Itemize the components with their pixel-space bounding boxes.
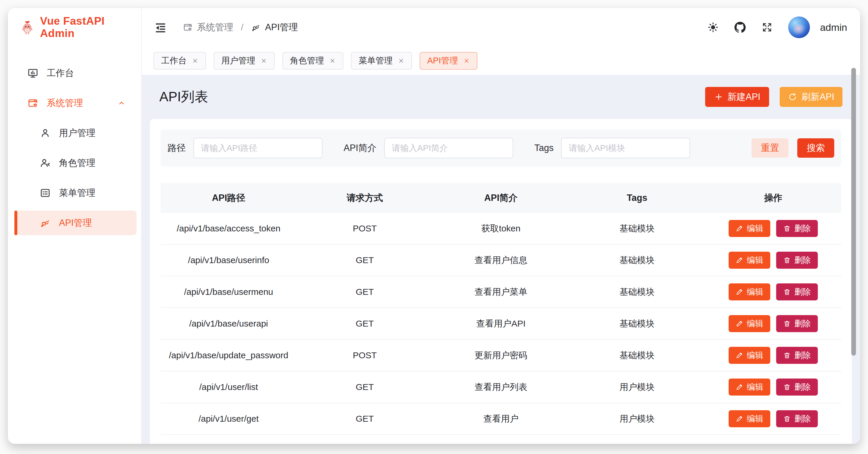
sidebar-item-workbench[interactable]: 工作台 [14, 61, 136, 85]
content-area: API列表 新建API 刷新API [142, 75, 860, 444]
username[interactable]: admin [820, 22, 847, 33]
path-label: 路径 [167, 142, 186, 154]
cell-path: /api/v1/base/update_password [160, 350, 297, 360]
collapse-sidebar-icon[interactable] [155, 22, 166, 33]
table-row: /api/v1/base/usermenu GET 查看用户菜单 基础模块 编辑… [160, 276, 841, 308]
trash-icon [783, 351, 791, 359]
tab-workbench[interactable]: 工作台 [153, 52, 206, 69]
sidebar-item-api[interactable]: API管理 [14, 210, 136, 235]
vertical-scrollbar[interactable] [851, 68, 856, 356]
delete-label: 删除 [794, 286, 811, 297]
sidebar-item-system[interactable]: 系统管理 [14, 91, 136, 115]
delete-button[interactable]: 删除 [776, 347, 818, 364]
cell-actions: 编辑 删除 [705, 252, 841, 269]
col-tags: Tags [569, 193, 705, 203]
delete-label: 删除 [794, 223, 811, 234]
table-row: /api/v1/user/get GET 查看用户 用户模块 编辑 删除 [160, 403, 841, 435]
tab-close-icon[interactable] [192, 58, 198, 64]
new-api-label: 新建API [727, 91, 760, 103]
tab-close-icon[interactable] [463, 58, 470, 64]
edit-button[interactable]: 编辑 [728, 410, 770, 427]
tab-close-icon[interactable] [329, 58, 336, 64]
cell-path: /api/v1/base/usermenu [160, 287, 297, 297]
col-actions: 操作 [705, 192, 841, 204]
edit-button[interactable]: 编辑 [728, 315, 770, 332]
reset-button[interactable]: 重置 [751, 138, 788, 158]
github-icon[interactable] [734, 22, 746, 33]
sidebar-item-label: 菜单管理 [59, 187, 95, 199]
tab-close-icon[interactable] [398, 58, 404, 64]
tab-close-icon[interactable] [260, 58, 267, 64]
refresh-api-button[interactable]: 刷新API [780, 87, 842, 107]
tab-label: 用户管理 [221, 55, 255, 67]
breadcrumb-separator: / [241, 22, 243, 32]
delete-button[interactable]: 删除 [776, 315, 818, 332]
cell-path: /api/v1/user/list [160, 382, 297, 392]
edit-label: 编辑 [747, 350, 763, 361]
cell-method: GET [297, 287, 433, 297]
tab-users[interactable]: 用户管理 [214, 52, 275, 69]
sidebar-item-users[interactable]: 用户管理 [14, 121, 136, 145]
delete-label: 删除 [794, 255, 811, 266]
api-table: API路径 请求方式 API简介 Tags 操作 /api/v1/base/ac… [160, 183, 841, 435]
tab-menus[interactable]: 菜单管理 [351, 52, 412, 69]
tab-roles[interactable]: 角色管理 [282, 52, 343, 69]
edit-label: 编辑 [747, 255, 763, 266]
pencil-icon [736, 383, 743, 391]
edit-button[interactable]: 编辑 [728, 347, 770, 364]
fullscreen-icon[interactable] [761, 22, 773, 33]
table-header: API路径 请求方式 API简介 Tags 操作 [160, 183, 841, 213]
tab-label: 角色管理 [290, 55, 324, 67]
trash-icon [783, 225, 791, 232]
delete-button[interactable]: 删除 [776, 410, 818, 427]
main-area: 系统管理 / API管理 [142, 8, 860, 444]
edit-label: 编辑 [747, 318, 763, 329]
breadcrumb-parent-label: 系统管理 [197, 21, 233, 33]
table-row: /api/v1/user/list GET 查看用户列表 用户模块 编辑 删除 [160, 371, 841, 403]
table-row: /api/v1/base/update_password POST 更新用户密码… [160, 340, 841, 371]
col-method: 请求方式 [297, 192, 433, 204]
search-button[interactable]: 搜索 [797, 138, 834, 158]
breadcrumb-current-label: API管理 [265, 21, 298, 33]
user-avatar[interactable] [788, 17, 810, 38]
app-logo: Vue FastAPI Admin [8, 8, 141, 47]
summary-input[interactable] [384, 138, 513, 158]
path-input[interactable] [193, 138, 322, 158]
cell-method: GET [297, 319, 433, 329]
chevron-up-icon [117, 99, 126, 108]
cell-actions: 编辑 删除 [705, 283, 841, 301]
api-plug-icon [251, 22, 261, 32]
edit-button[interactable]: 编辑 [728, 252, 770, 269]
edit-button[interactable]: 编辑 [728, 220, 770, 237]
refresh-api-label: 刷新API [801, 91, 834, 103]
breadcrumb-current[interactable]: API管理 [251, 21, 298, 33]
chick-logo-icon [20, 20, 35, 35]
cell-path: /api/v1/base/userapi [160, 319, 297, 329]
delete-button[interactable]: 删除 [776, 220, 818, 237]
cell-summary: 查看用户信息 [433, 254, 569, 266]
tags-input[interactable] [561, 138, 690, 158]
trash-icon [783, 383, 791, 391]
theme-sun-icon[interactable] [707, 22, 719, 33]
cell-path: /api/v1/base/userinfo [160, 255, 297, 265]
tags-label: Tags [534, 143, 553, 153]
tab-api[interactable]: API管理 [420, 52, 477, 69]
sidebar-item-menus[interactable]: 菜单管理 [14, 180, 136, 205]
edit-button[interactable]: 编辑 [728, 378, 770, 396]
delete-button[interactable]: 删除 [776, 252, 818, 269]
edit-button[interactable]: 编辑 [728, 283, 770, 301]
cell-method: GET [297, 414, 433, 424]
sidebar-item-label: 角色管理 [59, 157, 95, 169]
monitor-icon [27, 67, 38, 79]
delete-label: 删除 [794, 318, 811, 329]
delete-button[interactable]: 删除 [776, 283, 818, 301]
cell-tags: 用户模块 [569, 413, 705, 425]
delete-button[interactable]: 删除 [776, 378, 818, 396]
breadcrumb-parent[interactable]: 系统管理 [183, 21, 233, 33]
cell-method: GET [297, 382, 433, 392]
new-api-button[interactable]: 新建API [705, 87, 769, 107]
cell-actions: 编辑 删除 [705, 378, 841, 396]
sidebar-item-roles[interactable]: 角色管理 [14, 151, 136, 175]
cell-path: /api/v1/base/access_token [160, 224, 297, 233]
filter-summary: API简介 [344, 138, 513, 158]
